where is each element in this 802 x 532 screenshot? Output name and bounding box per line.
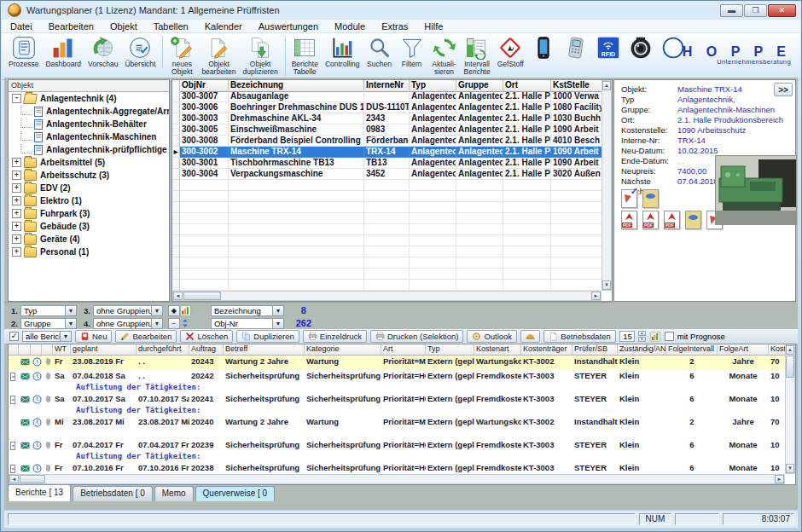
- report-row-20240[interactable]: Mi23.08.2017 Mi23.08.2017 Mi20240Wartung…: [9, 415, 785, 430]
- document-attachment-icon[interactable]: [685, 211, 701, 229]
- reports-column-header[interactable]: Kostenträger: [521, 344, 572, 355]
- toolbar-button-new-object[interactable]: neuesObjekt: [166, 35, 198, 77]
- menu-kalender[interactable]: Kalender: [205, 21, 242, 32]
- toolbar-button-duplicate-object[interactable]: Objektduplizieren: [240, 35, 286, 77]
- title-bar[interactable]: Wartungsplaner (1 Lizenz) Mandant: 1 All…: [1, 1, 801, 20]
- reports-column-header[interactable]: [9, 344, 19, 355]
- report-row-20242[interactable]: -Sa07.04.2018 Sa. .20242Sicherheitsprüfu…: [9, 369, 785, 384]
- scroll-right-button[interactable]: ►: [775, 475, 784, 483]
- objects-table-row[interactable]: ▶300-3002Maschine TRX-14TRX-14Anlagentec…: [172, 147, 603, 158]
- menu-bearbeiten[interactable]: Bearbeiten: [49, 21, 94, 32]
- tree-item-5[interactable]: +Arbeitsmittel (5): [9, 156, 169, 169]
- scroll-thumb[interactable]: [786, 356, 794, 378]
- tab-betriebsdaten[interactable]: Betriebsdaten [ 0: [73, 486, 153, 501]
- toolbar-button-filter[interactable]: Filtern: [396, 35, 428, 69]
- objects-table-row[interactable]: 300-3007AbsauganlageAnlagentechAnlagente…: [172, 91, 603, 102]
- scroll-up-button[interactable]: ▲: [602, 81, 611, 90]
- document-attachment-icon[interactable]: [642, 189, 659, 208]
- pdf-attachment-icon[interactable]: [642, 211, 659, 229]
- toolbar-button-hazard[interactable]: GefStoff: [494, 35, 527, 69]
- tree-item-6[interactable]: +Arbeitsschutz (3): [9, 169, 169, 182]
- reports-horizontal-scrollbar[interactable]: ◄ ►: [9, 474, 785, 484]
- toolbar-button-rfid[interactable]: [592, 35, 625, 61]
- scroll-left-button[interactable]: ◄: [173, 292, 183, 300]
- tree-item-10[interactable]: +Gebäude (3): [9, 220, 169, 233]
- minimize-button[interactable]: ▬: [720, 4, 743, 17]
- tree-item-1[interactable]: Anlagentechnik-Aggregate/Armat: [9, 105, 169, 118]
- tab-berichte[interactable]: Berichte [ 13: [8, 484, 71, 501]
- toolbar-button-scanner[interactable]: [560, 35, 592, 61]
- toolbar-button-reports-table[interactable]: BerichteTabelle: [288, 35, 322, 77]
- reports-column-header[interactable]: FolgeIntervall: [666, 344, 718, 355]
- reports-column-header[interactable]: durchgeführt: [137, 344, 189, 355]
- filter-checkbox[interactable]: ✓: [9, 332, 19, 341]
- page-size-input[interactable]: 15: [619, 331, 635, 342]
- toolbar-button-overview[interactable]: Übersicht: [121, 35, 163, 69]
- tree-item-11[interactable]: +Geräte (4): [9, 233, 169, 246]
- tree-item-7[interactable]: +EDV (2): [9, 182, 169, 194]
- toolbar-button-controlling[interactable]: Controlling: [322, 35, 363, 69]
- scroll-left-button[interactable]: ◄: [9, 475, 19, 483]
- filter-field-select-2[interactable]: Gruppe▼: [20, 318, 77, 329]
- reports-column-header[interactable]: [31, 344, 42, 355]
- scroll-right-button[interactable]: ►: [591, 292, 601, 300]
- report-button-duplicate[interactable]: Duplizieren: [236, 330, 299, 343]
- betriebsdaten-button[interactable]: Betriebsdaten: [543, 330, 616, 343]
- tree-item-2[interactable]: Anlagentechnik-Behälter: [9, 118, 169, 130]
- menu-hilfe[interactable]: Hilfe: [424, 21, 443, 32]
- objects-table-row[interactable]: 300-3003Drehmaschine AKL-342343Anlagente…: [172, 113, 603, 124]
- toolbar-button-smartphone[interactable]: [527, 35, 560, 61]
- row-expand-toggle[interactable]: -: [10, 442, 15, 450]
- row-expand-toggle[interactable]: -: [10, 465, 15, 473]
- sort-field-select-1[interactable]: Bezeichnung▼: [211, 305, 284, 316]
- toolbar-button-preview[interactable]: Vorschau: [84, 35, 121, 69]
- toolbar-button-dashboard[interactable]: Dashboard: [42, 35, 84, 69]
- report-scope-select[interactable]: alle Berich▼: [22, 331, 72, 342]
- tree-item-4[interactable]: Anlagentechnik-prüfpflichtige An: [9, 143, 169, 156]
- report-button-outlook[interactable]: Outlook: [467, 330, 517, 343]
- tab-querverweise[interactable]: Querverweise [ 0: [195, 486, 276, 501]
- filter-field-select-1[interactable]: Typ▼: [20, 305, 77, 316]
- step-down-icon[interactable]: ▼: [638, 337, 646, 342]
- grouping-select-1[interactable]: ohne Gruppierung▼: [93, 305, 163, 316]
- objects-column-header[interactable]: Ort: [503, 80, 551, 91]
- pdf-attachment-icon[interactable]: [664, 211, 680, 229]
- tree-expand-toggle[interactable]: +: [12, 196, 21, 205]
- report-button-print-single[interactable]: Einzeldruck: [303, 330, 367, 343]
- toolbar-button-refresh[interactable]: Aktuali-sieren: [428, 35, 461, 77]
- reports-column-header[interactable]: Zuständig/AN: [618, 344, 666, 355]
- row-expand-toggle[interactable]: -: [10, 396, 15, 404]
- report-row-20241[interactable]: -Sa07.10.2017 Sa07.10.2017 Sa20241Sicher…: [9, 392, 785, 407]
- report-button-delete[interactable]: Löschen: [180, 330, 233, 343]
- scroll-up-button[interactable]: ▲: [786, 345, 794, 355]
- objects-table-row[interactable]: 300-3001Tischbohrmaschine TB13TB13Anlage…: [172, 158, 603, 169]
- reports-column-header[interactable]: Kostenart: [474, 344, 521, 355]
- report-row-20239[interactable]: -Fr07.04.2017 Fr07.04.2017 Fr20239Sicher…: [9, 438, 785, 453]
- tree-expand-toggle[interactable]: +: [12, 183, 21, 193]
- statistics-icon[interactable]: [649, 331, 661, 343]
- tab-memo[interactable]: Memo: [154, 486, 194, 501]
- objects-table-row[interactable]: 300-3008Förderband Beispiel ControllingF…: [172, 136, 603, 147]
- checked-document-icon[interactable]: [621, 189, 637, 208]
- scroll-thumb[interactable]: [183, 292, 221, 300]
- toolbar-button-camera[interactable]: [625, 35, 657, 61]
- objects-column-header[interactable]: Gruppe: [456, 80, 503, 91]
- report-row-20243[interactable]: Fr23.08.2019 Fr. .20243Wartung 2 JahreWa…: [9, 355, 785, 369]
- tree-expand-toggle[interactable]: +: [12, 158, 21, 167]
- menu-objekt[interactable]: Objekt: [110, 21, 137, 32]
- toolbar-button-search[interactable]: Suchen: [363, 35, 396, 69]
- helmet-button[interactable]: [520, 330, 540, 343]
- statistics-icon[interactable]: [178, 304, 193, 317]
- maximize-button[interactable]: ❐: [744, 4, 767, 17]
- close-button[interactable]: ✕: [768, 4, 796, 17]
- reports-column-header[interactable]: Koster: [769, 344, 786, 355]
- report-row-20238[interactable]: -Fr07.10.2016 Fr07.10.2016 Fr20238Sicher…: [9, 461, 785, 474]
- reports-column-header[interactable]: Prüfer/SB: [572, 344, 618, 355]
- reports-column-header[interactable]: Kategorie: [305, 344, 381, 355]
- sort-icon[interactable]: [180, 318, 190, 328]
- pdf-attachment-icon[interactable]: [621, 211, 637, 229]
- objects-column-header[interactable]: ObjNr: [180, 80, 229, 91]
- reports-column-header[interactable]: Art: [381, 344, 426, 355]
- report-button-new-report[interactable]: Neu: [75, 330, 112, 343]
- reports-column-header[interactable]: FolgeArt: [718, 344, 769, 355]
